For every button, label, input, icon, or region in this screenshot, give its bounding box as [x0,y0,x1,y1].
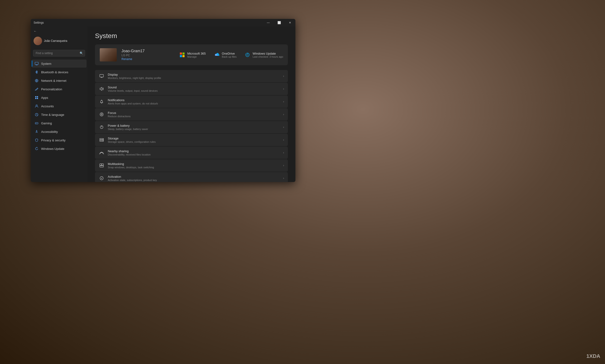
settings-item-storage[interactable]: Storage Storage space, drives, configura… [95,134,288,146]
sidebar-label-accessibility: Accessibility [41,130,58,133]
nearby-icon [99,150,104,156]
storage-icon [99,137,104,143]
bluetooth-icon [35,70,39,74]
svg-rect-29 [102,164,103,166]
sidebar-item-accessibility[interactable]: Accessibility [32,128,87,136]
winupdate-text: Windows Update Last checked: 3 hours ago [253,52,283,58]
display-icon [99,73,104,79]
nearby-sub: Discoverability, received files location [108,153,280,156]
focus-sub: Reduce distractions [108,115,280,118]
onedrive-icon [213,52,220,58]
sidebar-item-privacy[interactable]: Privacy & security [32,136,87,144]
device-links: Microsoft 365 Manage On [179,52,283,58]
sidebar-item-system[interactable]: System [32,60,87,68]
focus-title: Focus [108,111,280,115]
svg-point-25 [103,139,103,140]
device-name: Joao-Gram17 [121,49,174,53]
svg-rect-5 [37,96,38,97]
onedrive-link[interactable]: OneDrive Back up files [213,52,237,58]
titlebar-controls: — ⬜ ✕ [263,19,296,26]
sidebar-item-update[interactable]: Windows Update [32,145,87,153]
power-title: Power & battery [108,124,280,127]
svg-rect-0 [35,62,38,65]
settings-item-power[interactable]: Power & battery Sleep, battery usage, ba… [95,121,288,133]
sidebar-item-gaming[interactable]: Gaming [32,119,87,127]
svg-point-14 [36,130,37,131]
svg-point-15 [245,53,249,57]
device-card: Joao-Gram17 LG PC Rename [95,44,288,65]
settings-item-focus[interactable]: Focus Reduce distractions › [95,108,288,120]
sidebar-item-network[interactable]: Network & internet [32,77,87,85]
xda-watermark: 1XDA [586,353,600,359]
notifications-chevron: › [283,100,284,103]
svg-rect-6 [35,98,36,99]
svg-point-26 [103,141,103,141]
sidebar-label-bluetooth: Bluetooth & devices [41,70,68,74]
close-button[interactable]: ✕ [284,19,296,26]
display-chevron: › [283,75,284,78]
settings-item-activation[interactable]: Activation Activation state, subscriptio… [95,172,288,182]
device-info: Joao-Gram17 LG PC Rename [121,49,174,61]
search-input[interactable] [33,50,85,56]
storage-chevron: › [283,138,284,142]
sidebar-item-personalization[interactable]: Personalization [32,85,87,93]
settings-window: Settings — ⬜ ✕ ← João Carrasqueira [31,19,296,182]
multitasking-icon [99,163,104,168]
display-sub: Monitors, brightness, night light, displ… [108,77,280,79]
settings-item-notifications[interactable]: Notifications Alerts from apps and syste… [95,95,288,108]
focus-chevron: › [283,113,284,116]
personalization-icon [35,87,39,91]
ms365-link[interactable]: Microsoft 365 Manage [179,52,206,58]
sidebar-item-time[interactable]: Time & language [32,111,87,119]
window-title: Settings [34,21,44,24]
display-text: Display Monitors, brightness, night ligh… [108,73,280,79]
sidebar-item-accounts[interactable]: Accounts [32,102,87,110]
ms365-text: Microsoft 365 Manage [187,52,206,58]
notifications-text: Notifications Alerts from apps and syste… [108,98,280,105]
update-icon [35,146,39,151]
sidebar-label-personalization: Personalization [41,88,62,91]
winupdate-link[interactable]: Windows Update Last checked: 3 hours ago [244,52,283,58]
svg-rect-30 [100,166,103,167]
sound-sub: Volume levels, output, input, sound devi… [108,89,280,92]
activation-icon [99,175,104,181]
svg-rect-1 [36,65,38,65]
settings-item-nearby[interactable]: Nearby sharing Discoverability, received… [95,146,288,159]
svg-point-8 [36,105,37,106]
activation-text: Activation Activation state, subscriptio… [108,175,280,182]
system-icon [35,62,39,66]
power-chevron: › [283,126,284,129]
accounts-icon [35,104,39,108]
onedrive-sub: Back up files [222,55,237,58]
svg-rect-28 [100,164,102,166]
multitasking-text: Multitasking Snap windows, desktops, tas… [108,162,280,169]
settings-item-sound[interactable]: Sound Volume levels, output, input, soun… [95,83,288,95]
ms365-icon [179,52,185,58]
sidebar-item-apps[interactable]: Apps [32,94,87,102]
multitasking-sub: Snap windows, desktops, task switching [108,166,280,169]
multitasking-chevron: › [283,164,284,167]
storage-sub: Storage space, drives, configuration rul… [108,140,280,143]
minimize-button[interactable]: — [263,19,274,26]
display-title: Display [108,73,280,76]
storage-text: Storage Storage space, drives, configura… [108,137,280,143]
avatar-initials [34,37,42,45]
settings-item-multitasking[interactable]: Multitasking Snap windows, desktops, tas… [95,159,288,172]
sidebar-label-system: System [41,62,51,65]
winupdate-label: Windows Update [253,52,283,55]
sidebar-label-time: Time & language [41,113,64,117]
device-model: LG PC [121,54,174,57]
sidebar-item-bluetooth[interactable]: Bluetooth & devices [32,68,87,76]
back-button[interactable]: ← [31,28,88,35]
network-icon [35,78,39,83]
maximize-button[interactable]: ⬜ [274,19,284,26]
focus-text: Focus Reduce distractions [108,111,280,118]
content-area: System Joao-Gram17 LG PC Rename [88,26,296,182]
settings-list: Display Monitors, brightness, night ligh… [95,70,288,182]
device-image [100,48,117,62]
notifications-icon [99,99,104,104]
sidebar-label-update: Windows Update [41,147,64,151]
rename-button[interactable]: Rename [121,57,174,61]
settings-item-display[interactable]: Display Monitors, brightness, night ligh… [95,70,288,82]
sidebar-label-network: Network & internet [41,79,66,82]
